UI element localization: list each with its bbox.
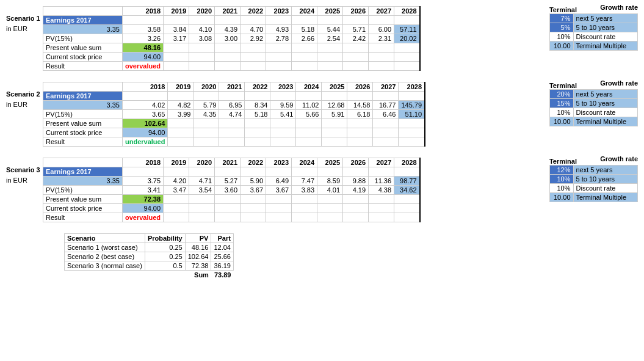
year-header-2027: 2027 bbox=[369, 7, 394, 16]
pvsum-cell-2 bbox=[189, 43, 215, 53]
growth-table: 20%next 5 years15%5 to 10 years10%Discou… bbox=[549, 89, 638, 126]
earnings-value-8: 9.88 bbox=[343, 177, 369, 186]
earnings-label: Earnings 2017 bbox=[43, 92, 123, 101]
pvsum-cell-4 bbox=[245, 119, 270, 128]
main-table-wrapper: 2018201920202021202220232024202520262027… bbox=[43, 6, 545, 71]
result-cell-8 bbox=[343, 213, 369, 222]
discount-pct: 10% bbox=[549, 32, 573, 42]
pv-value-4: 5.18 bbox=[245, 110, 270, 119]
year-header-2019: 2019 bbox=[164, 7, 189, 16]
growth-rate-label: Growth rate bbox=[549, 155, 638, 162]
year-header-2020: 2020 bbox=[189, 158, 215, 167]
result-cell-3 bbox=[219, 137, 245, 147]
stock-price-cell-2 bbox=[194, 128, 219, 137]
earnings-value-10: 98.77 bbox=[394, 177, 420, 186]
scenario-label-2: Scenario 2in EUR bbox=[6, 82, 43, 109]
discount-label: Discount rate bbox=[573, 32, 638, 42]
stock-price-cell-3 bbox=[215, 53, 241, 62]
pvsum-cell-8 bbox=[343, 43, 369, 53]
pvsum-row: Present value sum72.38 bbox=[43, 195, 420, 204]
earnings-header-2018 bbox=[123, 167, 164, 177]
result-label: Result bbox=[43, 213, 123, 222]
stock-price-cell-0: 94.00 bbox=[123, 204, 164, 213]
year-header-2024: 2024 bbox=[296, 82, 322, 92]
terminal-multiple-value: 10.00 bbox=[549, 42, 573, 51]
earnings-value-8: 14.58 bbox=[347, 101, 373, 110]
result-cell-6 bbox=[292, 213, 317, 222]
pvsum-cell-6 bbox=[292, 195, 317, 204]
earnings-2017-value: 3.35 bbox=[43, 177, 123, 186]
pvsum-cell-2 bbox=[189, 195, 215, 204]
earnings-value-7: 5.44 bbox=[317, 25, 343, 34]
earnings-value-1: 4.82 bbox=[168, 101, 194, 110]
pvsum-cell-4 bbox=[241, 43, 266, 53]
result-row: Resultundervalued bbox=[43, 137, 425, 147]
pvsum-cell-9 bbox=[373, 119, 399, 128]
earnings-value-9: 6.00 bbox=[369, 25, 394, 34]
pvsum-cell-10 bbox=[394, 43, 420, 53]
stock-price-cell-2 bbox=[189, 53, 215, 62]
result-cell-7 bbox=[317, 213, 343, 222]
growth-table: 12%next 5 years10%5 to 10 years10%Discou… bbox=[549, 165, 638, 202]
year-header-2023: 2023 bbox=[266, 7, 292, 16]
growth-to10-pct: 15% bbox=[549, 99, 573, 108]
result-cell-5 bbox=[266, 213, 292, 222]
result-cell-0: undervalued bbox=[123, 137, 168, 147]
growth-to10-pct: 5% bbox=[549, 23, 573, 32]
result-cell-8 bbox=[347, 137, 373, 147]
stock-price-row: Current stock price94.00 bbox=[43, 53, 420, 62]
stock-price-cell-5 bbox=[266, 53, 292, 62]
earnings-header-2019 bbox=[164, 167, 189, 177]
pv-value-0: 3.41 bbox=[123, 186, 164, 195]
pv-row: PV(15%)3.653.994.354.745.185.415.665.916… bbox=[43, 110, 425, 119]
scenario-label-1: Scenario 1in EUR bbox=[6, 6, 43, 34]
pv-value-10: 34.62 bbox=[394, 186, 420, 195]
pv-value-3: 3.60 bbox=[215, 186, 241, 195]
stock-price-cell-1 bbox=[164, 204, 189, 213]
stock-price-cell-6 bbox=[292, 53, 317, 62]
year-header-2019: 2019 bbox=[168, 82, 194, 92]
values-row: 3.353.754.204.715.275.906.497.478.599.88… bbox=[43, 177, 420, 186]
scenario-name: Scenario 3 bbox=[6, 165, 43, 175]
stock-price-cell-6 bbox=[292, 204, 317, 213]
result-cell-10 bbox=[394, 213, 420, 222]
stock-price-cell-0: 94.00 bbox=[123, 53, 164, 62]
scenario-currency: in EUR bbox=[6, 24, 43, 34]
earnings-value-7: 12.68 bbox=[322, 101, 347, 110]
result-value: undervalued bbox=[125, 138, 165, 145]
earnings-value-0: 3.75 bbox=[123, 177, 164, 186]
pvsum-cell-2 bbox=[194, 119, 219, 128]
result-cell-5 bbox=[270, 137, 296, 147]
pvsum-cell-1 bbox=[164, 195, 189, 204]
pv-value-5: 2.78 bbox=[266, 34, 292, 43]
discount-label: Discount rate bbox=[573, 184, 638, 193]
summary-probability: 0.25 bbox=[145, 252, 185, 261]
pv-value-2: 3.54 bbox=[189, 186, 215, 195]
earnings-label: Earnings 2017 bbox=[43, 16, 123, 25]
year-header-2027: 2027 bbox=[369, 158, 394, 167]
right-panel-1: TerminalValueGrowth rate7%next 5 years5%… bbox=[549, 6, 638, 51]
terminal-multiple-label: Terminal Multiple bbox=[573, 117, 638, 126]
earnings-value-9: 16.77 bbox=[373, 101, 399, 110]
pvsum-cell-3 bbox=[215, 43, 241, 53]
pv-value-10: 20.02 bbox=[394, 34, 420, 43]
pvsum-cell-10 bbox=[399, 119, 425, 128]
stock-price-label: Current stock price bbox=[43, 204, 123, 213]
year-header-2018: 2018 bbox=[123, 158, 164, 167]
pvsum-cell-1 bbox=[168, 119, 194, 128]
summary-part: 12.04 bbox=[211, 243, 234, 252]
pv-value-7: 4.01 bbox=[317, 186, 343, 195]
summary-pv: 102.64 bbox=[185, 252, 211, 261]
earnings-2017-value: 3.35 bbox=[43, 25, 123, 34]
stock-price-cell-3 bbox=[215, 204, 241, 213]
pvsum-label: Present value sum bbox=[43, 195, 123, 204]
summary-table: ScenarioProbabilityPVPartScenario 1 (wor… bbox=[64, 233, 234, 279]
pv-value-2: 3.08 bbox=[189, 34, 215, 43]
result-cell-9 bbox=[373, 137, 399, 147]
result-cell-2 bbox=[194, 137, 219, 147]
pv-value-0: 3.65 bbox=[123, 110, 168, 119]
stock-price-cell-2 bbox=[189, 204, 215, 213]
year-header-2025: 2025 bbox=[322, 82, 347, 92]
stock-price-cell-9 bbox=[369, 53, 394, 62]
year-header-2025: 2025 bbox=[317, 158, 343, 167]
